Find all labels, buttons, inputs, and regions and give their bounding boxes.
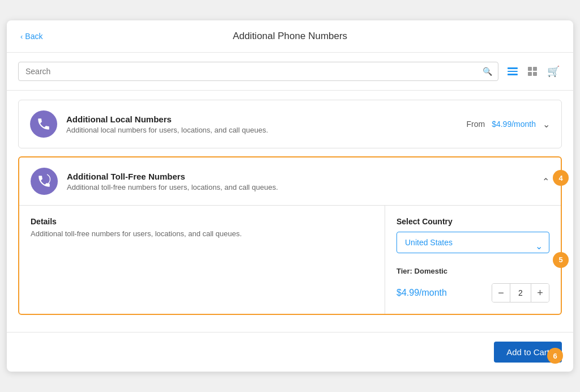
- page-container: ‹ Back Additional Phone Numbers 🔍 🛒: [7, 20, 573, 372]
- cart-button[interactable]: 🛒: [545, 63, 562, 80]
- details-heading: Details: [31, 217, 373, 226]
- search-bar-section: 🔍 🛒: [7, 53, 573, 91]
- tier-value: Domestic: [415, 267, 448, 275]
- back-label: Back: [25, 32, 42, 41]
- toll-free-header: Additional Toll-Free Numbers Additional …: [19, 157, 561, 206]
- local-numbers-description: Additional local numbers for users, loca…: [66, 126, 268, 134]
- details-body: Additional toll-free numbers for users, …: [31, 229, 373, 238]
- toll-free-collapse-button[interactable]: ⌃: [542, 176, 549, 187]
- search-input[interactable]: [19, 62, 498, 80]
- grid-icon: [528, 67, 537, 76]
- local-numbers-price: $4.99/month: [492, 120, 536, 129]
- local-numbers-expand-button[interactable]: ⌄: [543, 119, 550, 130]
- back-button[interactable]: ‹ Back: [20, 32, 42, 41]
- quantity-decrease-button[interactable]: −: [492, 284, 510, 302]
- footer-bar: Add to Cart 6: [7, 332, 573, 372]
- view-icons: 🛒: [505, 63, 562, 80]
- grid-view-button[interactable]: [526, 65, 539, 78]
- local-numbers-title: Additional Local Numbers: [66, 114, 268, 124]
- toll-free-body: Details Additional toll-free numbers for…: [19, 206, 561, 314]
- cart-icon: 🛒: [547, 66, 560, 77]
- toll-free-icon: [31, 168, 58, 195]
- page-title: Additional Phone Numbers: [233, 31, 347, 42]
- products-section: Additional Local Numbers Additional loca…: [7, 91, 573, 332]
- phone-icon: [36, 117, 51, 131]
- country-select[interactable]: United States Canada United Kingdom: [396, 232, 549, 253]
- step-badge-6: 6: [547, 348, 563, 364]
- price-qty-row: $4.99/month − 2 +: [396, 283, 549, 302]
- quantity-value: 2: [510, 284, 531, 302]
- list-icon: [508, 67, 518, 75]
- toll-free-title: Additional Toll-Free Numbers: [67, 172, 278, 181]
- step-badge-5: 5: [553, 252, 569, 268]
- quantity-control: − 2 +: [492, 283, 549, 302]
- config-pane: 5 Select Country United States Canada Un…: [385, 206, 561, 314]
- search-input-wrapper: 🔍: [18, 62, 498, 81]
- add-to-cart-wrapper: Add to Cart 6: [494, 342, 562, 363]
- step-badge-4: 4: [553, 170, 569, 186]
- select-country-label: Select Country: [396, 217, 549, 226]
- chevron-left-icon: ‹: [20, 32, 23, 41]
- search-icon: 🔍: [483, 67, 492, 76]
- local-numbers-info: Additional Local Numbers Additional loca…: [66, 114, 268, 134]
- local-numbers-card: Additional Local Numbers Additional loca…: [18, 100, 562, 148]
- header: ‹ Back Additional Phone Numbers: [7, 20, 573, 53]
- toll-free-description: Additional toll-free numbers for users, …: [67, 183, 278, 191]
- tier-label: Tier: Domestic: [396, 267, 549, 275]
- quantity-increase-button[interactable]: +: [531, 284, 549, 302]
- local-numbers-left: Additional Local Numbers Additional loca…: [30, 110, 268, 138]
- toll-free-info: Additional Toll-Free Numbers Additional …: [67, 172, 278, 191]
- local-numbers-right: From $4.99/month ⌄: [466, 119, 550, 130]
- local-numbers-from: From: [466, 120, 485, 129]
- details-pane: Details Additional toll-free numbers for…: [19, 206, 385, 314]
- local-numbers-icon: [30, 110, 57, 138]
- phone-wave-icon: [37, 174, 52, 189]
- toll-free-left: Additional Toll-Free Numbers Additional …: [31, 168, 278, 195]
- tier-heading: Tier:: [396, 267, 412, 275]
- toll-free-numbers-card: 4 Additional Toll-Free Numbers Additiona…: [18, 156, 562, 315]
- country-select-wrapper: United States Canada United Kingdom ⌄: [396, 232, 549, 260]
- list-view-button[interactable]: [505, 65, 520, 78]
- toll-free-price: $4.99/month: [396, 288, 447, 298]
